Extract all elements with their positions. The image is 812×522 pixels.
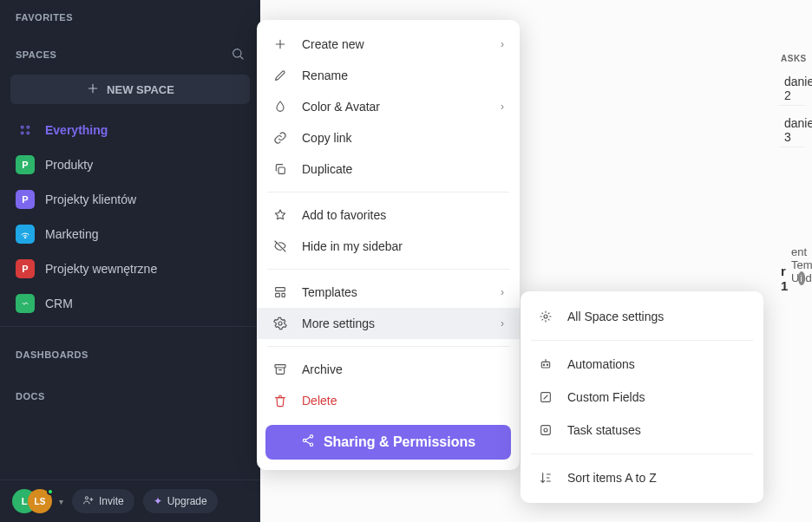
svg-rect-7 xyxy=(278,167,285,173)
svg-point-0 xyxy=(233,49,241,57)
menu-separator xyxy=(267,192,509,192)
submenu-all-space-settings[interactable]: All Space settings xyxy=(521,300,763,333)
edit-square-icon xyxy=(538,390,553,404)
sidebar-item-label: Produkty xyxy=(45,158,93,172)
menu-label: Sharing & Permissions xyxy=(324,434,475,450)
menu-label: All Space settings xyxy=(567,310,664,323)
chevron-right-icon: › xyxy=(501,38,504,50)
menu-label: Hide in my sidebar xyxy=(302,239,403,253)
sidebar-item-projekty-klientow[interactable]: P Projekty klientów xyxy=(0,182,260,217)
droplet-icon xyxy=(272,100,288,114)
chevron-right-icon: › xyxy=(501,286,504,298)
sidebar-item-projekty-wewnetrzne[interactable]: P Projekty wewnętrzne xyxy=(0,251,260,286)
info-icon[interactable]: i xyxy=(798,271,805,285)
svg-rect-10 xyxy=(282,293,285,297)
divider xyxy=(0,326,260,327)
space-context-menu: Create new › Rename Color & Avatar › Cop… xyxy=(257,20,520,470)
menu-hide-sidebar[interactable]: Hide in my sidebar xyxy=(257,231,520,262)
sidebar-footer: L LS ▾ Invite ✦ Upgrade xyxy=(0,480,260,522)
upgrade-label: Upgrade xyxy=(167,495,207,507)
task-name: danie 3 xyxy=(784,116,812,144)
sidebar-item-produkty[interactable]: P Produkty xyxy=(0,147,260,182)
plus-icon xyxy=(272,37,288,51)
menu-color-avatar[interactable]: Color & Avatar › xyxy=(257,91,520,122)
menu-separator xyxy=(531,453,753,454)
submenu-task-statuses[interactable]: Task statuses xyxy=(521,414,763,447)
sharing-permissions-button[interactable]: Sharing & Permissions xyxy=(265,425,511,460)
chevron-right-icon: › xyxy=(501,101,504,113)
eye-off-icon xyxy=(272,239,288,253)
svg-point-4 xyxy=(27,132,29,134)
star-icon xyxy=(272,208,288,222)
menu-label: Custom Fields xyxy=(567,390,645,404)
sidebar-item-marketing[interactable]: Marketing xyxy=(0,217,260,251)
new-space-button[interactable]: NEW SPACE xyxy=(10,75,250,104)
sort-icon xyxy=(538,471,553,485)
sparkle-icon: ✦ xyxy=(154,495,162,507)
sidebar-item-label: Everything xyxy=(45,123,108,137)
svg-rect-17 xyxy=(541,362,549,368)
task-name: danie 2 xyxy=(784,75,812,102)
svg-rect-21 xyxy=(541,426,551,435)
share-icon xyxy=(301,434,315,451)
svg-point-1 xyxy=(21,126,23,128)
gear-icon xyxy=(272,316,288,330)
svg-point-19 xyxy=(547,364,547,365)
svg-point-11 xyxy=(278,322,282,325)
menu-create-new[interactable]: Create new › xyxy=(257,29,520,60)
submenu-custom-fields[interactable]: Custom Fields xyxy=(521,381,763,414)
archive-icon xyxy=(272,362,288,376)
svg-rect-9 xyxy=(276,293,280,297)
upgrade-button[interactable]: ✦ Upgrade xyxy=(143,489,218,513)
menu-duplicate[interactable]: Duplicate xyxy=(257,153,520,185)
sidebar-item-everything[interactable]: Everything xyxy=(0,113,260,147)
trash-icon xyxy=(272,394,288,408)
svg-point-6 xyxy=(85,497,88,499)
wifi-icon xyxy=(16,225,35,244)
invite-button[interactable]: Invite xyxy=(72,489,134,513)
space-letter-icon: P xyxy=(16,190,35,209)
menu-more-settings[interactable]: More settings › xyxy=(257,308,520,339)
svg-rect-12 xyxy=(275,365,285,368)
task-row[interactable]: danie 2 2 xyxy=(779,71,805,106)
sidebar-item-label: CRM xyxy=(45,297,73,310)
svg-point-18 xyxy=(543,364,544,365)
search-icon[interactable] xyxy=(231,47,245,62)
submenu-automations[interactable]: Automations xyxy=(521,348,763,381)
svg-point-22 xyxy=(544,428,547,432)
pencil-icon xyxy=(272,69,288,82)
task-row[interactable]: danie 3 xyxy=(779,113,805,147)
menu-copy-link[interactable]: Copy link xyxy=(257,122,520,153)
menu-label: Create new xyxy=(302,37,364,51)
menu-rename[interactable]: Rename xyxy=(257,60,520,91)
menu-archive[interactable]: Archive xyxy=(257,354,520,385)
menu-templates[interactable]: Templates › xyxy=(257,277,520,308)
sidebar-item-crm[interactable]: CRM xyxy=(0,286,260,321)
menu-delete[interactable]: Delete xyxy=(257,385,520,416)
tier-label: r 1 xyxy=(781,264,789,293)
submenu-sort-az[interactable]: Sort items A to Z xyxy=(521,461,763,494)
subtasks-column-label: ASKS xyxy=(781,54,807,63)
robot-icon xyxy=(538,357,553,371)
invite-label: Invite xyxy=(99,495,124,507)
user-avatar-group[interactable]: L LS xyxy=(12,489,50,513)
menu-label: Duplicate xyxy=(302,162,352,176)
chevron-right-icon: › xyxy=(501,317,504,330)
svg-point-3 xyxy=(21,132,23,134)
everything-icon xyxy=(16,121,35,140)
link-icon xyxy=(272,131,288,145)
new-space-label: NEW SPACE xyxy=(107,83,174,96)
sidebar: FAVORITES SPACES NEW SPACE Everything P … xyxy=(0,0,260,522)
chevron-down-icon[interactable]: ▾ xyxy=(59,497,63,506)
svg-point-2 xyxy=(27,126,29,128)
menu-separator xyxy=(267,346,509,347)
space-letter-icon: P xyxy=(16,259,35,278)
svg-point-5 xyxy=(24,238,25,238)
more-settings-submenu: All Space settings Automations Custom Fi… xyxy=(521,291,763,503)
menu-label: Delete xyxy=(302,394,337,408)
menu-add-favorites[interactable]: Add to favorites xyxy=(257,199,520,231)
menu-label: Task statuses xyxy=(567,423,641,437)
dashboards-section-label: DASHBOARDS xyxy=(0,332,260,367)
gear-icon xyxy=(538,310,553,323)
template-icon xyxy=(272,285,288,299)
